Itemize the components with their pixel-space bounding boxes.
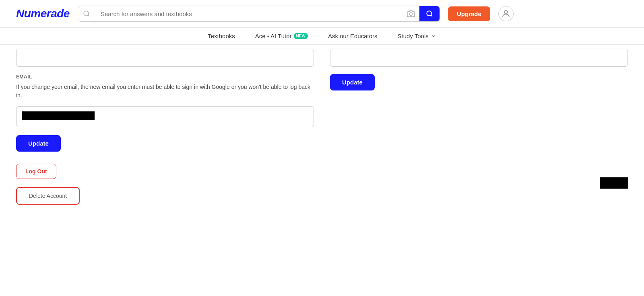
camera-icon[interactable] (403, 10, 419, 18)
search-input[interactable] (95, 6, 403, 21)
delete-account-button[interactable]: Delete Account (16, 187, 80, 205)
svg-line-1 (88, 15, 89, 16)
new-badge: NEW (294, 33, 308, 39)
user-avatar[interactable] (498, 6, 514, 21)
nav-item-textbooks[interactable]: Textbooks (208, 33, 235, 39)
update-email-button[interactable]: Update (16, 135, 61, 152)
chevron-down-icon (431, 33, 436, 39)
main-nav: Textbooks Ace - AI Tutor NEW Ask our Edu… (0, 28, 644, 45)
nav-item-ace-tutor[interactable]: Ace - AI Tutor NEW (255, 33, 308, 39)
email-redacted-value (22, 111, 95, 120)
email-input-field[interactable] (16, 106, 314, 127)
redacted-block-bottom-right (600, 177, 628, 189)
search-bar (78, 6, 440, 22)
nav-label-study-tools: Study Tools (398, 33, 429, 39)
update-right-button[interactable]: Update (330, 74, 375, 90)
top-left-input-partial[interactable] (16, 49, 314, 67)
svg-line-4 (431, 15, 432, 16)
svg-point-3 (427, 11, 431, 16)
search-button[interactable] (419, 6, 440, 21)
email-description: If you change your email, the new email … (16, 83, 314, 100)
main-content: EMAIL If you change your email, the new … (0, 45, 644, 205)
left-panel: EMAIL If you change your email, the new … (16, 45, 314, 205)
top-right-input-partial[interactable] (330, 49, 628, 67)
nav-label-educators: Ask our Educators (328, 33, 378, 39)
nav-item-educators[interactable]: Ask our Educators (328, 33, 378, 39)
header: Numerade Upgrade (0, 0, 644, 28)
upgrade-button[interactable]: Upgrade (448, 6, 490, 21)
svg-point-0 (84, 11, 89, 16)
logo: Numerade (16, 7, 70, 20)
svg-point-2 (410, 13, 413, 16)
right-panel: Update (330, 45, 628, 205)
nav-item-study-tools[interactable]: Study Tools (398, 33, 436, 39)
logout-button[interactable]: Log Out (16, 164, 56, 179)
nav-label-textbooks: Textbooks (208, 33, 235, 39)
email-section-label: EMAIL (16, 74, 314, 80)
search-icon (78, 10, 95, 17)
nav-label-ace: Ace - AI Tutor (255, 33, 292, 39)
svg-point-5 (504, 10, 508, 14)
